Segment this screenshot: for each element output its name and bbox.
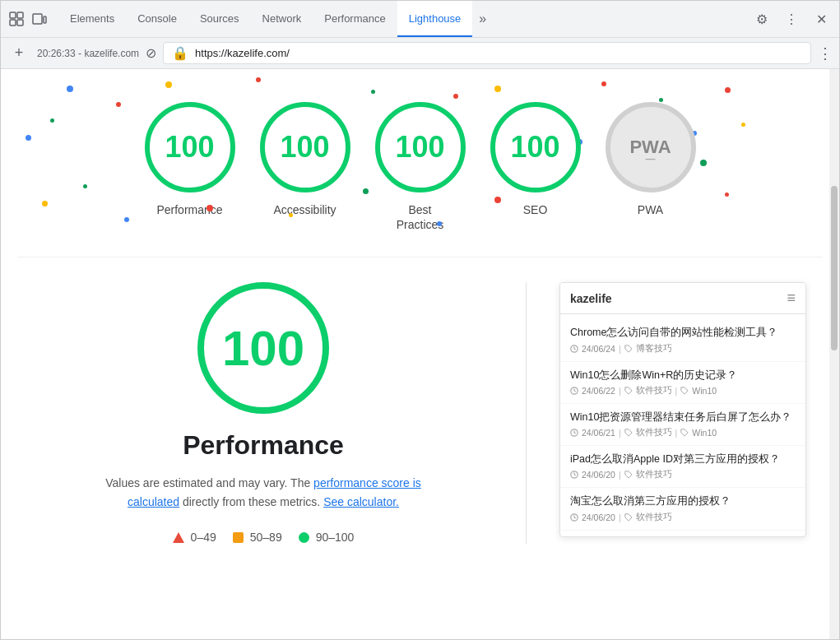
svg-rect-1 bbox=[10, 20, 16, 26]
legend-item-red: 0–49 bbox=[173, 531, 216, 544]
inspect-icon[interactable] bbox=[7, 10, 26, 28]
legend-circle-green bbox=[299, 532, 309, 543]
preview-article-item[interactable]: 淘宝怎么取消第三方应用的授权？24/06/20|软件技巧 bbox=[560, 488, 805, 530]
legend-row: 0–49 50–89 90–100 bbox=[173, 531, 355, 544]
score-circle-seo: 100 bbox=[490, 102, 581, 192]
preview-article-list: Chrome怎么访问自带的网站性能检测工具？24/06/24|博客技巧Win10… bbox=[560, 314, 805, 537]
score-label-accessibility: Accessibility bbox=[273, 202, 336, 217]
preview-article-title: Win10怎么删除Win+R的历史记录？ bbox=[570, 369, 796, 382]
legend-range-red: 0–49 bbox=[191, 531, 216, 544]
website-preview: kazelife ≡ Chrome怎么访问自带的网站性能检测工具？24/06/2… bbox=[559, 282, 806, 537]
legend-item-orange: 50–89 bbox=[233, 531, 282, 544]
preview-article-title: iPad怎么取消Apple ID对第三方应用的授权？ bbox=[570, 452, 796, 466]
lock-icon: 🔒 bbox=[172, 45, 188, 61]
preview-article-item[interactable]: Chrome怎么访问自带的网站性能检测工具？24/06/24|博客技巧 bbox=[560, 319, 805, 361]
legend-square-orange bbox=[233, 532, 244, 543]
perf-desc: Values are estimated and may vary. The p… bbox=[90, 474, 436, 511]
score-circle-pwa: PWA — bbox=[606, 102, 696, 192]
tab-sources[interactable]: Sources bbox=[188, 1, 251, 37]
tab-console[interactable]: Console bbox=[126, 1, 188, 37]
scrollbar-thumb[interactable] bbox=[831, 186, 838, 350]
tab-performance[interactable]: Performance bbox=[313, 1, 397, 37]
address-more-icon[interactable]: ⋮ bbox=[818, 44, 833, 63]
perf-desc-1: Values are estimated and may vary. The bbox=[105, 476, 310, 489]
big-score-circle: 100 bbox=[197, 282, 329, 414]
address-bar-row: + 20:26:33 - kazelife.com ⊘ 🔒 https://ka… bbox=[1, 38, 839, 69]
preview-article-item[interactable]: Win10把资源管理器结束任务后白屏了怎么办？24/06/21|软件技巧|Win… bbox=[560, 404, 805, 446]
close-icon[interactable]: ✕ bbox=[810, 7, 833, 30]
tab-network[interactable]: Network bbox=[251, 1, 313, 37]
svg-rect-0 bbox=[10, 12, 16, 18]
preview-menu-icon[interactable]: ≡ bbox=[787, 290, 796, 307]
preview-article-item[interactable]: Win10怎么删除Win+R的历史记录？24/06/22|软件技巧|Win10 bbox=[560, 362, 805, 404]
svg-rect-5 bbox=[44, 16, 46, 23]
score-circle-performance: 100 bbox=[145, 102, 235, 192]
tab-list: Elements Console Sources Network Perform… bbox=[58, 1, 750, 37]
preview-article-meta: 24/06/21|软件技巧|Win10 bbox=[570, 427, 796, 438]
svg-line-11 bbox=[574, 391, 576, 392]
preview-article-meta: 24/06/24|博客技巧 bbox=[570, 343, 796, 355]
score-label-pwa: PWA bbox=[638, 202, 663, 217]
svg-rect-2 bbox=[17, 12, 23, 18]
score-label-performance: Performance bbox=[156, 202, 222, 217]
main-content: 100 Performance 100 Accessibility 100 Be… bbox=[1, 69, 839, 639]
score-best-practices[interactable]: 100 Best Practices bbox=[375, 102, 466, 232]
score-label-seo: SEO bbox=[523, 202, 548, 217]
preview-header: kazelife ≡ bbox=[560, 283, 805, 314]
legend-item-green: 90–100 bbox=[299, 531, 355, 544]
svg-line-8 bbox=[574, 349, 576, 350]
score-accessibility[interactable]: 100 Accessibility bbox=[260, 102, 350, 217]
address-field[interactable]: 🔒 https://kazelife.com/ bbox=[163, 42, 811, 64]
block-icon[interactable]: ⊘ bbox=[146, 45, 156, 61]
preview-article-title: Win10把资源管理器结束任务后白屏了怎么办？ bbox=[570, 410, 796, 424]
score-label-best-practices: Best Practices bbox=[397, 202, 444, 232]
preview-article-title: 支付宝怎么取消第三方应用的授权？ bbox=[570, 537, 796, 538]
svg-line-14 bbox=[574, 433, 576, 434]
score-circle-accessibility: 100 bbox=[260, 102, 350, 192]
preview-article-meta: 24/06/20|软件技巧 bbox=[570, 469, 796, 480]
preview-article-meta: 24/06/22|软件技巧|Win10 bbox=[570, 385, 796, 397]
preview-article-title: Chrome怎么访问自带的网站性能检测工具？ bbox=[570, 326, 796, 339]
svg-rect-4 bbox=[33, 14, 42, 24]
settings-icon[interactable]: ⚙ bbox=[750, 7, 773, 30]
see-calculator-link[interactable]: See calculator. bbox=[323, 495, 399, 508]
preview-article-meta: 24/06/20|软件技巧 bbox=[570, 512, 796, 523]
svg-line-20 bbox=[574, 517, 576, 518]
device-icon[interactable] bbox=[30, 10, 49, 28]
legend-triangle-red bbox=[173, 532, 184, 543]
legend-range-green: 90–100 bbox=[316, 531, 355, 544]
legend-range-orange: 50–89 bbox=[250, 531, 282, 544]
lighthouse-panel: 100 Performance 100 Accessibility 100 Be… bbox=[1, 69, 839, 639]
score-pwa[interactable]: PWA — PWA bbox=[606, 102, 696, 217]
score-circle-best-practices: 100 bbox=[375, 102, 466, 192]
svg-line-17 bbox=[574, 475, 576, 475]
detail-left: 100 Performance Values are estimated and… bbox=[34, 282, 493, 544]
timestamp-label: 20:26:33 - kazelife.com bbox=[37, 48, 139, 59]
detail-section: 100 Performance Values are estimated and… bbox=[1, 257, 839, 568]
kebab-menu-icon[interactable]: ⋮ bbox=[780, 7, 803, 30]
url-text: https://kazelife.com/ bbox=[195, 47, 290, 59]
scrollbar[interactable] bbox=[829, 69, 839, 639]
preview-site-name: kazelife bbox=[570, 292, 612, 305]
tab-lighthouse[interactable]: Lighthouse bbox=[397, 1, 473, 37]
devtools-tab-bar: Elements Console Sources Network Perform… bbox=[1, 1, 839, 38]
vertical-separator bbox=[526, 282, 527, 544]
svg-rect-3 bbox=[17, 20, 23, 26]
tab-more-button[interactable]: » bbox=[472, 1, 493, 37]
perf-desc-2: directly from these metrics. bbox=[183, 495, 320, 508]
preview-article-title: 淘宝怎么取消第三方应用的授权？ bbox=[570, 494, 796, 508]
new-tab-button[interactable]: + bbox=[7, 42, 30, 65]
tab-elements[interactable]: Elements bbox=[58, 1, 126, 37]
score-seo[interactable]: 100 SEO bbox=[490, 102, 581, 217]
preview-article-item[interactable]: iPad怎么取消Apple ID对第三方应用的授权？24/06/20|软件技巧 bbox=[560, 446, 805, 488]
scores-section: 100 Performance 100 Accessibility 100 Be… bbox=[1, 69, 839, 257]
perf-title: Performance bbox=[183, 430, 344, 461]
preview-article-item[interactable]: 支付宝怎么取消第三方应用的授权？24/06/20|软件技巧 bbox=[560, 531, 805, 538]
score-performance[interactable]: 100 Performance bbox=[145, 102, 235, 217]
